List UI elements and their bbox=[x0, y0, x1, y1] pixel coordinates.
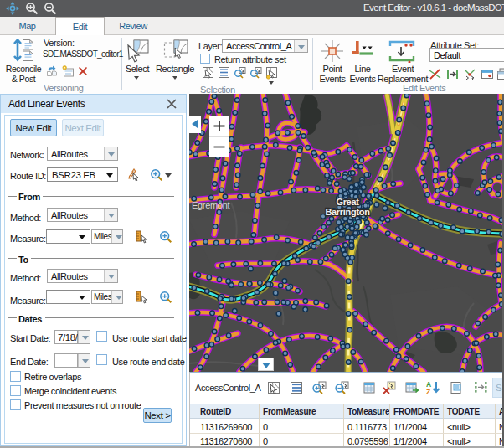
svg-text:Great: Great bbox=[336, 197, 359, 207]
svg-text:Egremont: Egremont bbox=[192, 200, 230, 210]
svg-text:Z: Z bbox=[426, 388, 430, 395]
svg-text:Barrington: Barrington bbox=[325, 207, 370, 217]
